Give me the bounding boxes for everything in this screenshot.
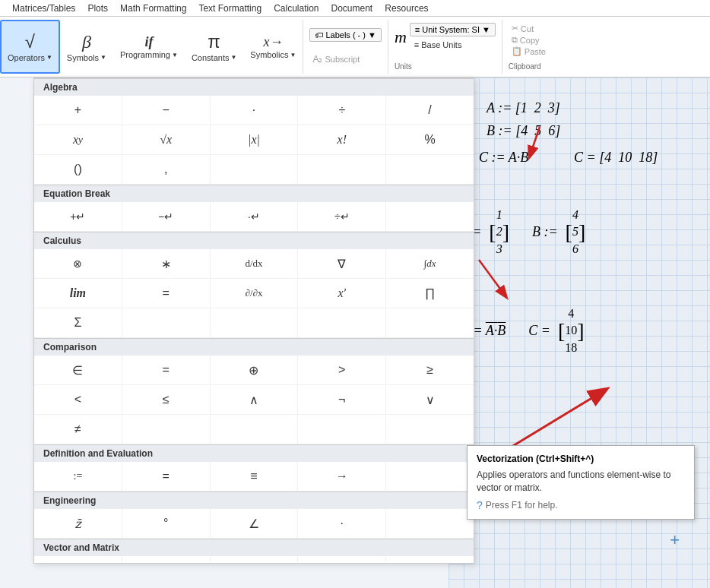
symbols-button[interactable]: β Symbols ▼ xyxy=(60,20,113,74)
op-cdot[interactable]: · xyxy=(298,509,386,538)
op-lte[interactable]: ≤ xyxy=(122,385,211,414)
cut-button[interactable]: ✂ Cut xyxy=(509,23,549,34)
op-equiv[interactable]: ≡ xyxy=(211,462,299,491)
op-nabla[interactable]: ∇ xyxy=(298,249,386,278)
op-cmp-empty2 xyxy=(211,415,299,444)
op-or[interactable]: ∨ xyxy=(386,385,474,414)
op-lim[interactable]: lim xyxy=(34,279,122,308)
op-cross[interactable]: × xyxy=(34,556,122,564)
op-eq3[interactable]: = xyxy=(122,356,211,384)
vm-row-1: × ‖x‖ [ · ] M⊕ Mi xyxy=(34,556,474,564)
labels-button[interactable]: 🏷 Labels ( - ) ▼ xyxy=(309,28,381,42)
equation-break-header: Equation Break xyxy=(34,185,474,202)
op-matrix[interactable]: [ · ] xyxy=(211,556,299,564)
op-prime[interactable]: x′ xyxy=(298,279,386,308)
vec-a-matrix: [ 1 2 3 ] xyxy=(489,207,509,258)
op-gte[interactable]: ≥ xyxy=(386,356,474,384)
operators-button[interactable]: √ Operators ▼ xyxy=(0,20,60,74)
op-m-subscript[interactable]: Mi xyxy=(386,556,474,564)
vec-a-1: 1 xyxy=(496,207,502,223)
op-dot-break[interactable]: ·↵ xyxy=(211,202,299,231)
op-eq2[interactable]: = xyxy=(122,279,211,308)
op-angle[interactable]: ∠ xyxy=(211,509,299,538)
units-controls: ≡ Unit System: SI ▼ ≡ Base Units xyxy=(410,23,496,51)
op-circle-x[interactable]: ⊗ xyxy=(34,249,122,278)
op-minus-break[interactable]: −↵ xyxy=(122,202,211,231)
programming-button[interactable]: if Programming ▼ xyxy=(113,20,185,74)
algebra-row-3: () , xyxy=(34,155,474,185)
constants-button[interactable]: π Constants ▼ xyxy=(185,20,243,74)
op-partial[interactable]: ∂/∂x xyxy=(211,279,299,308)
programming-label: Programming xyxy=(120,50,170,59)
menu-matrices[interactable]: Matrices/Tables xyxy=(6,2,81,15)
op-integral[interactable]: ∫dx xyxy=(386,249,474,278)
menu-plots[interactable]: Plots xyxy=(81,2,114,15)
op-arrow[interactable]: → xyxy=(298,462,386,491)
op-norm[interactable]: ‖x‖ xyxy=(122,556,211,564)
units-m-icon: m xyxy=(395,27,407,47)
symbolics-dropdown-arrow: ▼ xyxy=(290,52,296,58)
bottom-c-result: [ 4 10 18 ] xyxy=(558,305,585,356)
op-oplus[interactable]: ⊕ xyxy=(211,356,299,384)
op-derivative[interactable]: d/dx xyxy=(211,249,299,278)
op-star[interactable]: ∗ xyxy=(122,249,211,278)
op-assign[interactable]: := xyxy=(34,462,122,491)
op-slash[interactable]: / xyxy=(386,96,474,125)
menu-calculation[interactable]: Calculation xyxy=(268,2,325,15)
algebra-header: Algebra xyxy=(34,78,474,96)
op-calc-empty1 xyxy=(122,308,211,337)
op-divide[interactable]: ÷ xyxy=(298,96,386,125)
op-paren[interactable]: () xyxy=(34,155,122,184)
plus-button[interactable]: + xyxy=(670,530,680,550)
result-3: 18 xyxy=(565,340,577,356)
op-m-superscript[interactable]: M⊕ xyxy=(298,556,386,564)
unit-system-label: Unit System: xyxy=(422,25,469,34)
op-zbar[interactable]: z̄ xyxy=(34,509,122,538)
bottom-expr-area: C := A·B C = [ 4 10 18 ] xyxy=(456,305,585,356)
unit-system-icon: ≡ xyxy=(415,25,420,34)
vec-a-3: 3 xyxy=(496,241,502,258)
menu-math-formatting[interactable]: Math Formatting xyxy=(114,2,192,15)
op-sqrt[interactable]: √x xyxy=(122,125,211,154)
op-sum[interactable]: Σ xyxy=(34,308,122,337)
op-neq[interactable]: ≠ xyxy=(34,415,122,444)
cut-icon: ✂ xyxy=(512,24,518,33)
unit-system-button[interactable]: ≡ Unit System: SI ▼ xyxy=(410,23,496,36)
op-dot[interactable]: · xyxy=(211,96,299,125)
op-minus[interactable]: − xyxy=(122,96,211,125)
base-units-button[interactable]: ≡ Base Units xyxy=(410,39,496,51)
result-close: ] xyxy=(577,319,584,343)
op-abs[interactable]: |x| xyxy=(211,125,299,154)
paste-button[interactable]: 📋 Paste xyxy=(509,46,549,57)
op-comma[interactable]: , xyxy=(122,155,211,184)
op-plus-break[interactable]: +↵ xyxy=(34,202,122,231)
labels-icon: 🏷 xyxy=(315,30,323,40)
op-eq-break-empty xyxy=(386,202,474,231)
subscript-label: Subscript xyxy=(325,55,360,64)
menu-text-formatting[interactable]: Text Formatting xyxy=(192,2,268,15)
vec-b-label: B := xyxy=(532,224,558,240)
math-expr-c-result-text: C = [4 10 18] xyxy=(574,150,658,165)
op-degree[interactable]: ° xyxy=(122,509,211,538)
op-in[interactable]: ∈ xyxy=(34,356,122,384)
operators-panel: Algebra + − · ÷ / xy √x |x| x! % () , Eq… xyxy=(33,77,474,564)
ribbon-operators-area: √ Operators ▼ β Symbols ▼ if Programming… xyxy=(0,20,710,74)
op-gt[interactable]: > xyxy=(298,356,386,384)
op-div-break[interactable]: ÷↵ xyxy=(298,202,386,231)
subscript-button[interactable]: A₂ Subscript xyxy=(309,53,381,65)
op-power[interactable]: xy xyxy=(34,125,122,154)
bottom-c-eq-label: C = xyxy=(528,323,550,339)
copy-button[interactable]: ⧉ Copy xyxy=(509,34,549,46)
constants-icon: π xyxy=(208,31,220,53)
op-percent[interactable]: % xyxy=(386,125,474,154)
op-plus[interactable]: + xyxy=(34,96,122,125)
symbolics-button[interactable]: x→ Symbolics ▼ xyxy=(243,20,303,74)
op-factorial[interactable]: x! xyxy=(298,125,386,154)
op-and[interactable]: ∧ xyxy=(211,385,299,414)
op-eq4[interactable]: = xyxy=(122,462,211,491)
op-not[interactable]: ¬ xyxy=(298,385,386,414)
op-lt[interactable]: < xyxy=(34,385,122,414)
op-product[interactable]: ∏ xyxy=(386,279,474,308)
menu-resources[interactable]: Resources xyxy=(379,2,434,15)
menu-document[interactable]: Document xyxy=(325,2,379,15)
